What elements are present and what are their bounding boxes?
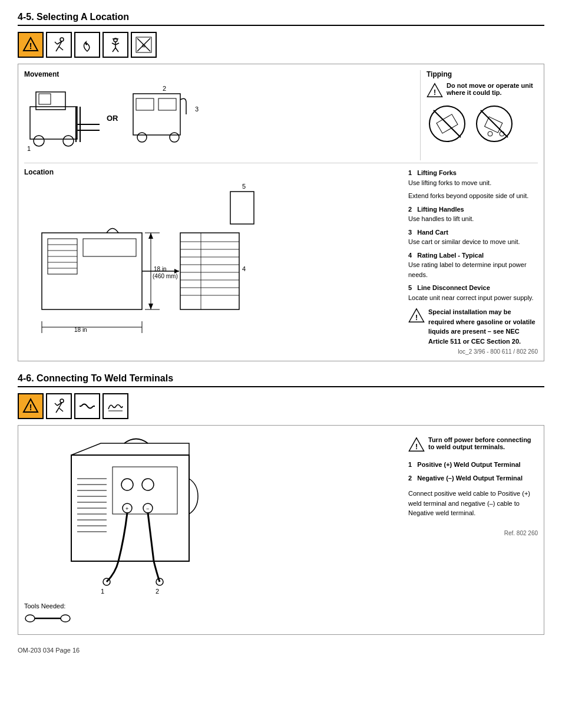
wire-icon (74, 393, 100, 419)
item-2: 2 Lifting Handles Use handles to lift un… (408, 205, 538, 224)
svg-text:2: 2 (156, 588, 159, 595)
or-text: OR (107, 114, 118, 123)
svg-text:1: 1 (101, 588, 104, 595)
svg-point-85 (60, 399, 64, 403)
no-tip-icon-1 (427, 103, 468, 144)
section-46-box: + − 1 2 (18, 425, 544, 635)
section-46-text-col: ! Turn off power before connecting to we… (408, 431, 538, 628)
special-warn-text: Special installation may be required whe… (428, 307, 538, 346)
svg-point-22 (34, 136, 44, 146)
section-46-main: + − 1 2 (24, 431, 538, 628)
item-5: 5 Line Disconnect Device Locate unit nea… (408, 283, 538, 302)
location-svg: 18 in (460 mm) 18 in (460 mm) (24, 180, 277, 333)
svg-line-90 (55, 403, 57, 406)
location-diagram: Location (24, 168, 402, 355)
location-items-col: 1 Lifting Forks Use lifting forks to mov… (408, 168, 538, 355)
svg-text:!: ! (29, 41, 32, 51)
weld-item-2-header: Negative (–) Weld Output Terminal (417, 475, 523, 482)
section-45: 4-5. Selecting A Location ! (18, 12, 544, 361)
svg-point-44 (488, 131, 492, 136)
tipping-col: Tipping ! Do not move or operate unit wh… (420, 70, 538, 160)
warning-icons-row-46: ! (18, 393, 544, 419)
svg-point-107 (121, 479, 133, 490)
svg-point-108 (142, 479, 154, 490)
item-2-num: 2 (408, 206, 412, 213)
numbered-list: 1 Lifting Forks Use lifting forks to mov… (408, 168, 538, 346)
weld-item-1-header: Positive (+) Weld Output Terminal (417, 461, 520, 468)
svg-text:≋: ≋ (141, 43, 146, 49)
svg-text:5: 5 (242, 183, 246, 190)
location-section: Location (24, 163, 538, 355)
item-4-line-1: Use rating label to determine input powe… (408, 260, 538, 279)
svg-text:2: 2 (163, 85, 166, 92)
svg-marker-61 (148, 233, 153, 239)
item-4-header: Rating Label - Typical (417, 252, 484, 259)
svg-rect-19 (30, 107, 77, 139)
svg-rect-79 (230, 192, 254, 224)
item-1: 1 Lifting Forks Use lifting forks to mov… (408, 168, 538, 201)
svg-marker-60 (148, 304, 153, 309)
item-5-header: Line Disconnect Device (417, 284, 490, 291)
svg-text:!: ! (415, 314, 418, 322)
svg-text:−: − (146, 506, 149, 512)
svg-rect-31 (158, 98, 176, 110)
svg-rect-66 (180, 233, 239, 309)
alert-icon-45: ! (18, 32, 44, 58)
tools-label: Tools Needed: (24, 602, 71, 628)
svg-rect-21 (39, 94, 51, 104)
svg-line-39 (434, 110, 461, 137)
svg-text:+: + (125, 506, 128, 512)
power-warn-text: Turn off power before connecting to weld… (428, 436, 538, 450)
svg-point-32 (137, 133, 147, 142)
cart-svg: 2 3 (124, 82, 207, 153)
svg-text:18 in: 18 in (74, 327, 87, 333)
ref-45: loc_2 3/96 - 800 611 / 802 260 (408, 348, 538, 355)
tipping-no-icons (427, 103, 538, 144)
svg-text:!: ! (29, 403, 32, 412)
svg-rect-43 (485, 117, 503, 133)
svg-text:4: 4 (242, 265, 246, 272)
svg-marker-95 (71, 443, 189, 455)
no-tip-icon-2 (474, 103, 515, 144)
fire-icon (74, 32, 100, 58)
svg-line-12 (113, 48, 115, 52)
svg-line-10 (112, 43, 115, 45)
radiation-icon: ≋ (131, 32, 157, 58)
svg-line-4 (56, 47, 59, 51)
item-2-header: Lifting Handles (417, 206, 464, 213)
person-running-icon (46, 32, 72, 58)
movement-tipping-row: Movement (24, 70, 538, 160)
power-warn-icon: ! (408, 436, 425, 453)
svg-rect-29 (133, 94, 180, 135)
section-46-title: 4-6. Connecting To Weld Terminals (18, 373, 544, 387)
section-45-box: Movement (18, 64, 544, 361)
section-46: 4-6. Connecting To Weld Terminals ! (18, 373, 544, 635)
power-off-warn: ! Turn off power before connecting to we… (408, 436, 538, 453)
svg-line-11 (115, 43, 119, 45)
svg-line-13 (115, 48, 118, 52)
weld-terminal-list: 1 Positive (+) Weld Output Terminal 2 Ne… (408, 460, 538, 518)
tools-svg (24, 610, 71, 627)
item-3: 3 Hand Cart Use cart or similar device t… (408, 228, 538, 247)
special-warn-icon: ! (408, 307, 425, 324)
svg-point-23 (63, 136, 74, 146)
connect-text: Connect positive weld cable to Positive … (408, 489, 538, 518)
svg-rect-46 (42, 233, 142, 309)
item-4-num: 4 (408, 252, 412, 259)
item-4: 4 Rating Label - Typical Use rating labe… (408, 251, 538, 280)
wave-icon (103, 393, 128, 419)
svg-line-5 (59, 47, 63, 50)
svg-text:1: 1 (27, 145, 31, 152)
alert-icon-46: ! (18, 393, 44, 419)
weld-item-1-num: 1 (408, 461, 412, 468)
tipping-alert-icon: ! (427, 82, 443, 98)
svg-text:!: ! (434, 88, 436, 97)
svg-point-117 (25, 615, 35, 622)
svg-line-88 (59, 408, 63, 411)
forklift-svg: 1 (24, 83, 101, 154)
svg-point-2 (60, 38, 64, 41)
item-3-header: Hand Cart (417, 229, 448, 236)
item-3-num: 3 (408, 229, 412, 236)
item-2-line-1: Use handles to lift unit. (408, 214, 538, 224)
svg-point-119 (61, 615, 70, 622)
